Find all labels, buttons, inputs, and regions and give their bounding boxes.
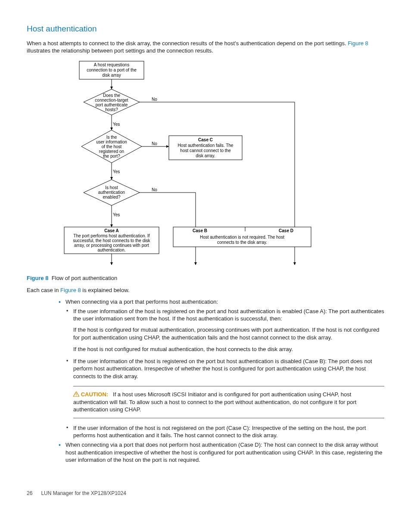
flow-d2-l1: Is the: [106, 135, 117, 140]
caution-label: CAUTION:: [81, 391, 109, 398]
list-item: When connecting via a port that does not…: [58, 441, 384, 464]
flow-d2-no: No: [152, 141, 157, 146]
flow-d2-l2: user information: [96, 140, 127, 144]
flow-d1-l2: connection-target: [95, 98, 128, 103]
flow-caseA-l1: The port performs host authentication. I…: [73, 233, 150, 238]
svg-point-17: [76, 395, 77, 396]
flow-caseC-title: Case C: [198, 137, 213, 142]
flow-caseBD-l2: connects to the disk array.: [217, 240, 267, 245]
page-number: 26: [27, 490, 32, 496]
figure-8-link[interactable]: Figure 8: [348, 40, 368, 47]
section-heading: Host authentication: [27, 23, 384, 34]
flow-n1-l1: A host requestions: [94, 62, 129, 67]
flow-caseA-title: Case A: [104, 228, 119, 233]
intro-paragraph: When a host attempts to connect to the d…: [27, 40, 384, 55]
flow-d1-no: No: [152, 97, 157, 102]
caution-icon: [73, 392, 79, 397]
flowchart: .bx { fill:#fff; stroke:#000; stroke-wid…: [58, 59, 384, 272]
after-fig-pre: Each case in: [27, 287, 60, 293]
flow-d1-l1: Does the: [103, 93, 120, 98]
list-item: When connecting via a port that performs…: [58, 298, 384, 439]
figure-8-link-2[interactable]: Figure 8: [60, 287, 81, 293]
list-item: If the user information of the host is r…: [65, 358, 384, 380]
figure-caption: Figure 8 Flow of port authentication: [27, 274, 384, 282]
list-item: If the user information of the host is r…: [65, 308, 384, 353]
bullet-case-d: When connecting via a port that does not…: [65, 442, 382, 463]
flow-d2-l3: of the host: [102, 144, 122, 149]
footer-doc-title: LUN Manager for the XP128/XP1024: [41, 490, 126, 496]
flow-d3-yes: Yes: [113, 212, 120, 217]
flow-caseA-l3: array, or processing continues with port: [74, 243, 149, 248]
flow-d2-l4: registered on: [99, 149, 124, 154]
figure-number: Figure 8: [27, 275, 49, 281]
case-a-detail-2: If the host is not configured for mutual…: [73, 345, 384, 353]
flow-d3-l1: Is host: [105, 185, 118, 190]
case-a-detail-1: If the host is configured for mutual aut…: [73, 326, 384, 341]
bullet-case-b: If the user information of the host is r…: [73, 358, 372, 380]
bullet-host-auth-port: When connecting via a port that performs…: [65, 299, 218, 305]
caution-block: CAUTION: If a host uses Microsoft iSCSI …: [73, 386, 384, 418]
intro-text-a: When a host attempts to connect to the d…: [27, 40, 348, 47]
flow-caseC-l2: host cannot connect to the: [180, 148, 231, 153]
flow-caseB-title: Case B: [193, 228, 207, 233]
flow-d2-yes: Yes: [113, 169, 120, 174]
flow-d3-no: No: [152, 187, 157, 192]
list-item: If the user information of the host is n…: [65, 424, 384, 439]
after-fig-post: is explained below.: [81, 287, 130, 293]
bullet-case-c: If the user information of the host is n…: [73, 425, 366, 439]
flow-d2-l5: the port?: [103, 154, 120, 159]
flow-caseA-l2: successful, the host connects to the dis…: [73, 238, 151, 243]
flow-caseC-l1: Host authentication fails. The: [178, 143, 234, 148]
flow-d1-yes: Yes: [113, 122, 120, 127]
flow-d1-l3: port authenticate: [96, 103, 128, 107]
intro-text-b: illustrates the relationship between por…: [27, 47, 213, 54]
flow-caseA-l4: authentication.: [97, 248, 125, 252]
page-footer: 26 LUN Manager for the XP128/XP1024: [27, 490, 384, 497]
figure-title: Flow of port authentication: [52, 275, 117, 281]
flow-caseC-l3: disk array.: [196, 153, 215, 158]
flow-d3-l2: authentication: [98, 190, 125, 195]
after-figure-intro: Each case in Figure 8 is explained below…: [27, 286, 384, 294]
flow-d3-l3: enabled?: [103, 195, 121, 199]
flow-caseD-title: Case D: [279, 228, 293, 233]
flow-caseBD-l1: Host authentication is not required. The…: [200, 235, 284, 240]
flow-d1-l4: hosts?: [105, 107, 118, 112]
caution-text: If a host uses Microsoft iSCSI Initiator…: [73, 391, 356, 413]
bullet-case-a: If the user information of the host is r…: [73, 308, 384, 322]
flow-n1-l2: connection to a port of the: [87, 68, 137, 72]
flow-n1-l3: disk array: [102, 73, 121, 78]
